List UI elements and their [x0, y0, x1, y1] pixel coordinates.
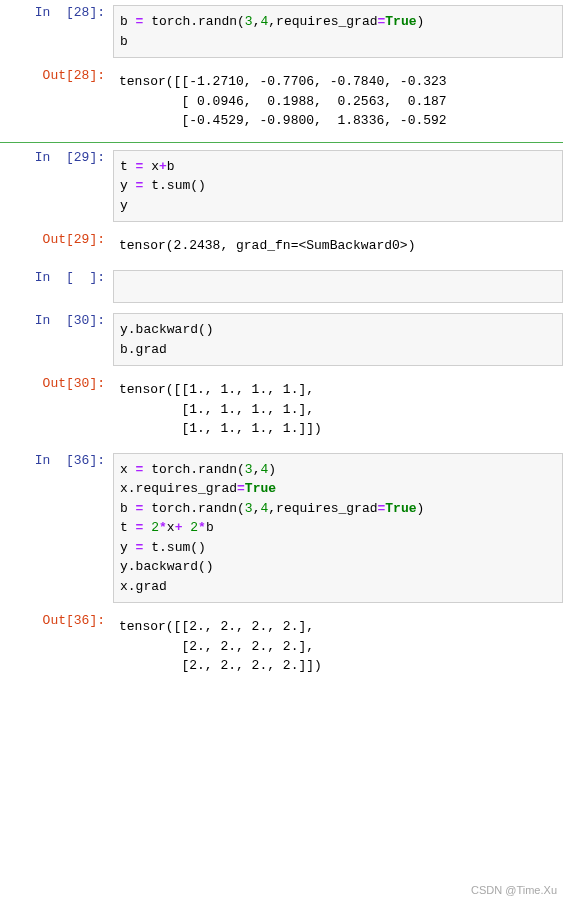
code-line: y = t.sum() — [120, 176, 556, 196]
cell-prompt-in: In [29]: — [0, 150, 113, 165]
cell-prompt-out: Out[29]: — [0, 232, 113, 247]
cell-prompt-in: In [30]: — [0, 313, 113, 328]
code-editor[interactable]: b = torch.randn(3,4,requires_grad=True)b — [113, 5, 563, 58]
code-line: y = t.sum() — [120, 538, 556, 558]
code-line: b = torch.randn(3,4,requires_grad=True) — [120, 12, 556, 32]
code-line: t = x+b — [120, 157, 556, 177]
cell-prompt-out: Out[30]: — [0, 376, 113, 391]
cell-output: tensor([[2., 2., 2., 2.], [2., 2., 2., 2… — [113, 613, 563, 680]
cell-output: tensor(2.2438, grad_fn=<SumBackward0>) — [113, 232, 563, 260]
cell-prompt-out: Out[36]: — [0, 613, 113, 628]
code-editor[interactable]: x = torch.randn(3,4)x.requires_grad=True… — [113, 453, 563, 604]
output-cell: Out[29]:tensor(2.2438, grad_fn=<SumBackw… — [0, 227, 563, 265]
cell-output: tensor([[1., 1., 1., 1.], [1., 1., 1., 1… — [113, 376, 563, 443]
code-line: x.grad — [120, 577, 556, 597]
cell-prompt-in: In [ ]: — [0, 270, 113, 285]
code-line: x.requires_grad=True — [120, 479, 556, 499]
input-cell: In [36]:x = torch.randn(3,4)x.requires_g… — [0, 448, 563, 609]
input-cell: In [ ]: — [0, 265, 563, 309]
input-cell: In [30]:y.backward()b.grad — [0, 308, 563, 371]
code-line — [120, 277, 556, 297]
code-editor[interactable]: y.backward()b.grad — [113, 313, 563, 366]
cell-prompt-in: In [36]: — [0, 453, 113, 468]
code-line: t = 2*x+ 2*b — [120, 518, 556, 538]
code-line: x = torch.randn(3,4) — [120, 460, 556, 480]
output-cell: Out[30]:tensor([[1., 1., 1., 1.], [1., 1… — [0, 371, 563, 448]
output-cell: Out[36]:tensor([[2., 2., 2., 2.], [2., 2… — [0, 608, 563, 685]
code-line: y.backward() — [120, 320, 556, 340]
notebook: In [28]:b = torch.randn(3,4,requires_gra… — [0, 0, 563, 685]
input-cell: In [29]:t = x+by = t.sum()y — [0, 145, 563, 228]
cell-prompt-out: Out[28]: — [0, 68, 113, 83]
code-line: b = torch.randn(3,4,requires_grad=True) — [120, 499, 556, 519]
code-line: b — [120, 32, 556, 52]
code-editor[interactable]: t = x+by = t.sum()y — [113, 150, 563, 223]
cell-divider — [0, 142, 563, 143]
output-cell: Out[28]:tensor([[-1.2710, -0.7706, -0.78… — [0, 63, 563, 140]
code-line: y — [120, 196, 556, 216]
code-line: y.backward() — [120, 557, 556, 577]
cell-output: tensor([[-1.2710, -0.7706, -0.7840, -0.3… — [113, 68, 563, 135]
code-line: b.grad — [120, 340, 556, 360]
code-editor[interactable] — [113, 270, 563, 304]
cell-prompt-in: In [28]: — [0, 5, 113, 20]
input-cell: In [28]:b = torch.randn(3,4,requires_gra… — [0, 0, 563, 63]
